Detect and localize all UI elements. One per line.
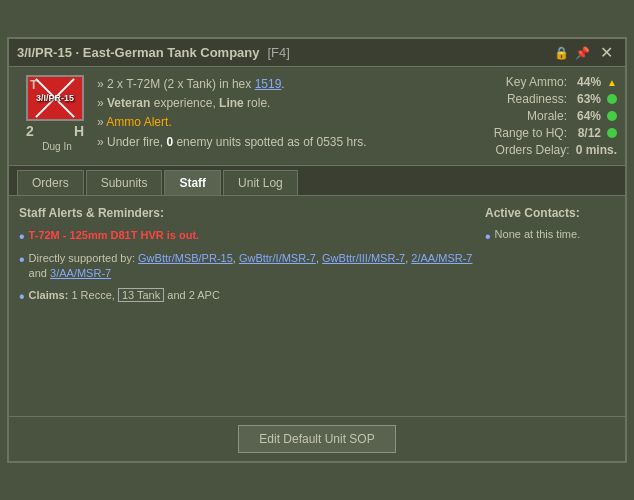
bullet-1: • (19, 229, 25, 245)
stat-orders-delay: Orders Delay: 0 mins. (496, 143, 617, 157)
unit-line4: » Under fire, 0 enemy units spotted as o… (97, 133, 447, 152)
contact-text: None at this time. (495, 228, 581, 240)
readiness-value: 63% (573, 92, 601, 106)
unit-t-letter: T (30, 78, 37, 92)
main-window: 3/I/PR-15 · East-German Tank Company [F4… (7, 37, 627, 463)
unit-id-text: 3/I/PR-15 (36, 93, 74, 104)
content-area: Staff Alerts & Reminders: • T-72M - 125m… (9, 196, 625, 416)
bullet-2: • (19, 252, 25, 268)
role-label: Line (219, 96, 244, 110)
readiness-dot (607, 94, 617, 104)
contacts-section: Active Contacts: • None at this time. (485, 206, 615, 406)
pin-icon[interactable]: 📌 (575, 46, 590, 60)
bullet-3: • (19, 289, 25, 305)
window-title: 3/I/PR-15 · East-German Tank Company (17, 45, 260, 60)
contact-bullet: • (485, 229, 491, 245)
contact-item-none: • None at this time. (485, 228, 615, 245)
ammo-alert-link[interactable]: Ammo Alert. (106, 115, 171, 129)
supported-by-link[interactable]: GwBttr/MSB/PR-15 (138, 252, 233, 264)
alert-text-1: T-72M - 125mm D81T HVR is out. (29, 228, 200, 243)
tab-staff[interactable]: Staff (164, 170, 221, 195)
range-hq-dot (607, 128, 617, 138)
unit-symbol: T 3/I/PR-15 2 H Dug In (17, 75, 87, 157)
alert-text-3: Claims: 1 Recce, 13 Tank and 2 APC (29, 288, 220, 303)
key-ammo-value: 44% (573, 75, 601, 89)
claims-label: Claims: (29, 289, 69, 301)
alert-item-1: • T-72M - 125mm D81T HVR is out. (19, 228, 475, 245)
stat-readiness: Readiness: 63% (507, 92, 617, 106)
stats-panel: Key Ammo: 44% ▲ Readiness: 63% Morale: 6… (457, 75, 617, 157)
alerts-title: Staff Alerts & Reminders: (19, 206, 475, 220)
unit-letter-right: H (74, 123, 84, 139)
range-hq-label: Range to HQ: (494, 126, 567, 140)
alert-item-3: • Claims: 1 Recce, 13 Tank and 2 APC (19, 288, 475, 305)
unit-label-row: 2 H (26, 123, 84, 139)
readiness-label: Readiness: (507, 92, 567, 106)
alert-text-2: Directly supported by: GwBttr/MSB/PR-15,… (29, 251, 475, 282)
unit-details: » 2 x T-72M (2 x Tank) in hex 1519. » Ve… (97, 75, 447, 157)
morale-dot (607, 111, 617, 121)
enemy-count: 0 (166, 135, 173, 149)
key-ammo-label: Key Ammo: (506, 75, 567, 89)
stat-key-ammo: Key Ammo: 44% ▲ (506, 75, 617, 89)
morale-value: 64% (573, 109, 601, 123)
unit-line1: » 2 x T-72M (2 x Tank) in hex 1519. (97, 75, 447, 94)
experience-label: Veteran (107, 96, 150, 110)
link-4[interactable]: 2/AA/MSR-7 (411, 252, 472, 264)
stat-range-hq: Range to HQ: 8/12 (494, 126, 617, 140)
title-bar-left: 3/I/PR-15 · East-German Tank Company [F4… (17, 45, 290, 60)
close-button[interactable]: ✕ (596, 43, 617, 62)
link-5[interactable]: 3/AA/MSR-7 (50, 267, 111, 279)
unit-num-left: 2 (26, 123, 34, 139)
orders-delay-label: Orders Delay: (496, 143, 570, 157)
unit-header: T 3/I/PR-15 2 H Dug In » 2 x T-72M (2 x … (9, 67, 625, 166)
tabs-bar: Orders Subunits Staff Unit Log (9, 166, 625, 196)
alert-item-2: • Directly supported by: GwBttr/MSB/PR-1… (19, 251, 475, 282)
lock-icon[interactable]: 🔒 (554, 46, 569, 60)
title-bar: 3/I/PR-15 · East-German Tank Company [F4… (9, 39, 625, 67)
unit-status: Dug In (42, 141, 71, 152)
unit-line3: » Ammo Alert. (97, 113, 447, 132)
title-bar-right: 🔒 📌 ✕ (554, 43, 617, 62)
footer: Edit Default Unit SOP (9, 416, 625, 461)
key-ammo-indicator: ▲ (607, 77, 617, 88)
range-hq-value: 8/12 (573, 126, 601, 140)
tab-unit-log[interactable]: Unit Log (223, 170, 298, 195)
contacts-title: Active Contacts: (485, 206, 615, 220)
tab-orders[interactable]: Orders (17, 170, 84, 195)
link-3[interactable]: GwBttr/III/MSR-7 (322, 252, 405, 264)
alerts-section: Staff Alerts & Reminders: • T-72M - 125m… (19, 206, 475, 406)
link-2[interactable]: GwBttr/I/MSR-7 (239, 252, 316, 264)
unit-line2: » Veteran experience, Line role. (97, 94, 447, 113)
unit-box: T 3/I/PR-15 (26, 75, 84, 121)
unit-box-inner: 3/I/PR-15 (36, 93, 74, 104)
hex-link[interactable]: 1519 (255, 77, 282, 91)
morale-label: Morale: (527, 109, 567, 123)
orders-delay-value: 0 mins. (576, 143, 617, 157)
stat-morale: Morale: 64% (527, 109, 617, 123)
edit-sop-button[interactable]: Edit Default Unit SOP (238, 425, 395, 453)
tank-count-highlight[interactable]: 13 Tank (118, 288, 164, 302)
tab-subunits[interactable]: Subunits (86, 170, 163, 195)
window-shortcut: [F4] (268, 45, 290, 60)
